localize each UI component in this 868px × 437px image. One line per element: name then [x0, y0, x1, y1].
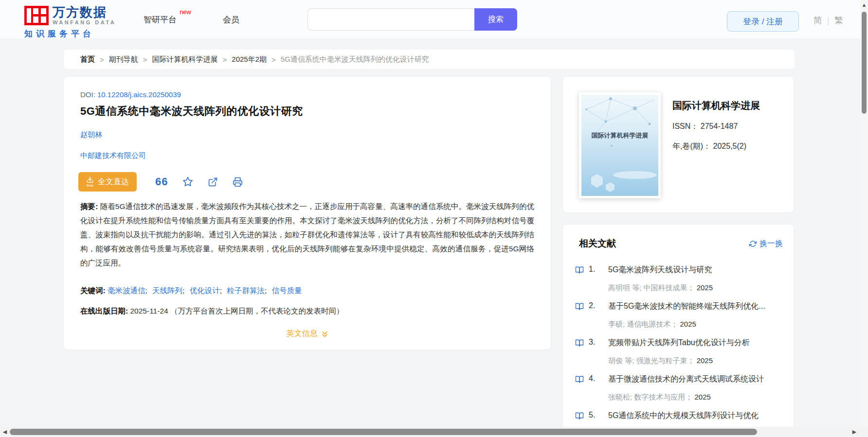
free-label: free	[87, 184, 93, 188]
related-item-title[interactable]: 基于5G毫米波技术的智能终端天线阵列优化...	[608, 301, 783, 312]
related-item-number: 4.	[589, 374, 595, 383]
login-register-label: 登录 / 注册	[743, 16, 783, 27]
search-button[interactable]: 搜索	[474, 8, 517, 31]
abstract-label: 摘要:	[80, 202, 98, 210]
horizontal-scrollbar[interactable]: ◀ ▶	[0, 427, 868, 437]
doi-line: DOI: 10.12208/j.aics.20250039	[80, 90, 181, 99]
search-input[interactable]	[307, 8, 474, 31]
doi-link[interactable]: 10.12208/j.aics.20250039	[97, 90, 181, 99]
breadcrumb-issue[interactable]: 2025年2期	[232, 55, 267, 64]
article-title: 5G通信系统中毫米波天线阵列的优化设计研究	[80, 104, 303, 119]
print-icon[interactable]	[233, 177, 243, 187]
author-link[interactable]: 赵朝林	[80, 130, 102, 140]
related-item-number: 5.	[589, 411, 595, 420]
breadcrumb-separator: >	[271, 55, 276, 64]
breadcrumb-journal-nav[interactable]: 期刊导航	[109, 55, 138, 64]
affiliation-link[interactable]: 中邮建技术有限公司	[80, 151, 146, 160]
related-item-authors: 李硕;	[608, 320, 625, 328]
journal-cover-title: 国际计算机科学进展	[581, 131, 658, 140]
volume-label: 年,卷(期)：	[672, 142, 711, 150]
related-title: 相关文献	[579, 237, 616, 250]
online-date-note: （万方平台首次上网日期，不代表论文的发表时间）	[170, 307, 344, 315]
related-item-title[interactable]: 宽频带贴片天线阵列Tabu优化设计与分析	[608, 338, 783, 348]
online-date-value: 2025-11-24	[130, 307, 168, 315]
breadcrumb-separator: >	[143, 55, 147, 64]
online-date-label: 在线出版日期:	[80, 307, 128, 315]
related-item-source: 通信电源技术；	[627, 320, 678, 328]
keywords-line: 关键词: 毫米波通信; 天线阵列; 优化设计; 粒子群算法; 信号质量	[80, 286, 302, 296]
lang-divider: |	[827, 16, 830, 26]
related-item-source: 数字技术与应用；	[634, 393, 692, 401]
keyword-separator: ;	[145, 286, 147, 295]
related-item-number: 2.	[589, 301, 595, 310]
related-item-authors: 高明明 等;	[608, 283, 641, 292]
book-icon	[575, 412, 584, 422]
related-item-title[interactable]: 5G通信系统中的大规模天线阵列设计与优化	[608, 411, 783, 421]
related-item-year: 2025	[695, 393, 711, 401]
keyword-link[interactable]: 天线阵列	[152, 286, 182, 295]
related-documents-card: 相关文献 换一换 1. 5G毫米波阵列天线设计与研究 高明明 等; 中国科技成果…	[563, 225, 794, 431]
wanfang-logo[interactable]: 万方数据 WANFANG DATA 知识服务平台	[24, 6, 116, 39]
cite-icon[interactable]: 66	[155, 175, 168, 188]
breadcrumb-journal[interactable]: 国际计算机科学进展	[152, 55, 218, 64]
brand-subtitle: 知识服务平台	[24, 28, 116, 39]
network-pattern	[581, 95, 658, 196]
keyword-link[interactable]: 信号质量	[271, 286, 302, 295]
journal-cover-art: 国际计算机科学进展	[581, 95, 658, 196]
login-register-button[interactable]: 登录 / 注册	[727, 11, 799, 32]
logo-texts: 万方数据 WANFANG DATA	[53, 6, 116, 25]
vertical-scrollbar-thumb[interactable]	[862, 12, 867, 114]
refresh-related-button[interactable]: 换一换	[749, 239, 783, 249]
lang-traditional[interactable]: 繁	[834, 15, 843, 26]
keyword-link[interactable]: 优化设计	[190, 286, 220, 295]
horizontal-scrollbar-thumb[interactable]	[10, 429, 757, 435]
related-item-number: 3.	[589, 338, 595, 347]
action-row: free 全文直达 66	[78, 172, 243, 192]
scroll-right-arrow-icon[interactable]: ▶	[850, 427, 858, 437]
book-icon	[575, 375, 584, 386]
journal-card: 国际计算机科学进展 国际计算机科学进展 ISSN： 2754-1487 年,卷(…	[563, 77, 794, 212]
book-icon	[575, 339, 584, 350]
breadcrumb-separator: >	[100, 55, 104, 64]
favorite-star-icon[interactable]	[182, 176, 193, 187]
refresh-label: 换一换	[760, 239, 783, 249]
related-item-year: 2025	[680, 320, 696, 328]
share-icon[interactable]	[208, 177, 218, 187]
wanfang-logo-icon	[24, 6, 49, 25]
language-switch: 简 | 繁	[814, 15, 843, 26]
online-publish-line: 在线出版日期: 2025-11-24 （万方平台首次上网日期，不代表论文的发表时…	[80, 306, 344, 316]
keyword-link[interactable]: 毫米波通信	[108, 286, 145, 295]
free-download-icon: free	[86, 176, 94, 188]
new-badge: new	[180, 8, 191, 16]
related-item-meta: 胡俊 等; 强激光与粒子束； 2025	[608, 356, 713, 366]
volume-value: 2025,5(2)	[713, 142, 747, 150]
article-card: DOI: 10.12208/j.aics.20250039 5G通信系统中毫米波…	[64, 77, 551, 350]
nav-item-label: 会员	[223, 15, 239, 24]
book-icon	[575, 266, 584, 277]
lang-simplified[interactable]: 简	[814, 15, 822, 26]
nav-item-zhiyan[interactable]: 智研平台 new	[144, 14, 177, 25]
keyword-separator: ;	[220, 286, 222, 295]
abstract-text: 随着5G通信技术的迅速发展，毫米波频段作为其核心技术之一，正逐步应用于高容量、高…	[80, 202, 534, 267]
brand-name-cn: 万方数据	[53, 6, 116, 18]
fulltext-access-button[interactable]: free 全文直达	[78, 172, 137, 192]
english-info-toggle[interactable]: 英文信息	[64, 329, 551, 339]
related-item-year: 2025	[697, 356, 713, 365]
journal-name[interactable]: 国际计算机科学进展	[672, 99, 760, 112]
scroll-up-arrow-icon[interactable]: ▲	[860, 1, 868, 9]
keyword-link[interactable]: 粒子群算法	[227, 286, 265, 295]
related-item-title[interactable]: 5G毫米波阵列天线设计与研究	[608, 265, 783, 275]
related-item-title[interactable]: 基于微波通信技术的分离式天线调试系统设计	[608, 374, 783, 385]
scroll-left-arrow-icon[interactable]: ◀	[1, 427, 9, 437]
page: 万方数据 WANFANG DATA 知识服务平台 智研平台 new 会员 搜索 …	[0, 0, 868, 437]
journal-cover[interactable]: 国际计算机科学进展	[579, 92, 661, 198]
breadcrumb-home[interactable]: 首页	[80, 55, 95, 64]
keyword-separator: ;	[265, 286, 267, 295]
nav-item-member[interactable]: 会员	[223, 14, 239, 25]
searchbar: 搜索	[307, 8, 517, 31]
logo-top: 万方数据 WANFANG DATA	[24, 6, 116, 25]
nav-item-label: 智研平台	[144, 15, 177, 24]
vertical-scrollbar[interactable]: ▲	[860, 0, 868, 427]
abstract-paragraph: 摘要: 随着5G通信技术的迅速发展，毫米波频段作为其核心技术之一，正逐步应用于高…	[80, 199, 534, 270]
english-info-label: 英文信息	[287, 329, 318, 337]
